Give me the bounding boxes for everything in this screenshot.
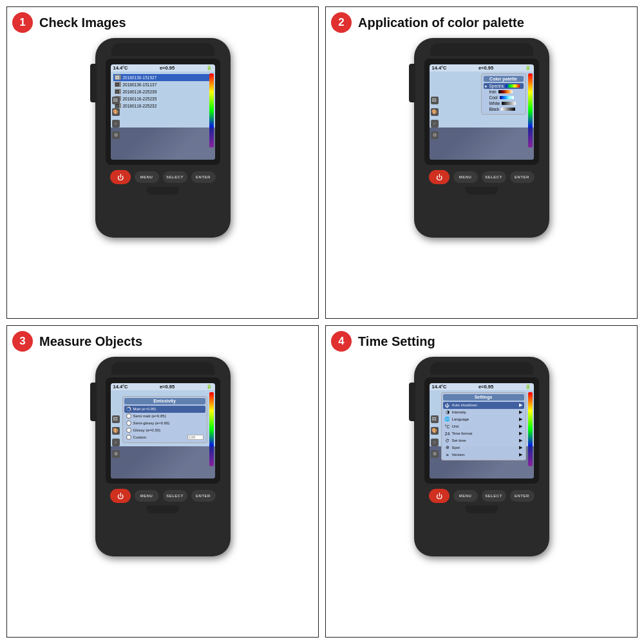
- menu-button-1[interactable]: MENU: [135, 171, 159, 183]
- file-item-3[interactable]: 🖼 20180116-225235: [113, 95, 213, 102]
- settings-item-3[interactable]: °C Unit ▶: [443, 423, 524, 430]
- cell-1-title: Check Images: [39, 15, 126, 30]
- screen-1-emissivity: e=0.95: [160, 65, 175, 71]
- sidebar-icon-gear: ⚙: [112, 131, 120, 139]
- palette-item-black[interactable]: ● Black: [484, 106, 524, 112]
- settings-icon-3: °C: [445, 424, 450, 429]
- step-badge-1: 1: [12, 12, 33, 33]
- camera-1-buttons: ⏻ MENU SELECT ENTER: [110, 170, 216, 184]
- chevron-7: ▶: [519, 452, 522, 457]
- enter-button-3[interactable]: ENTER: [191, 490, 216, 502]
- select-button-1[interactable]: SELECT: [163, 171, 187, 183]
- settings-icon-7: ≡: [445, 452, 450, 457]
- power-button-4[interactable]: ⏻: [429, 489, 450, 503]
- swatch-white: [502, 102, 516, 105]
- palette-menu: Color palette ● Spectra ● Iron ●: [481, 73, 526, 115]
- settings-icon-4: 24: [445, 431, 450, 436]
- screen-2-sidebar: 🖼 🎨 ○ ⚙: [431, 97, 439, 139]
- camera-2-top: [430, 43, 533, 56]
- palette-item-spectra[interactable]: ● Spectra: [484, 83, 524, 89]
- file-item-2[interactable]: 🖼 20180116-225239: [113, 88, 213, 95]
- sidebar-icon-gear-3: ⚙: [112, 450, 120, 458]
- emissivity-menu: Emissivity Matt (e=0.95) Semi matt (e=0.…: [122, 396, 207, 443]
- radio-2: [126, 421, 131, 426]
- camera-2-buttons: ⏻ MENU SELECT ENTER: [429, 170, 535, 184]
- select-button-2[interactable]: SELECT: [482, 171, 506, 183]
- camera-1-side: [90, 64, 97, 102]
- camera-4-top: [430, 362, 533, 375]
- emissivity-item-3[interactable]: Glossy (e=0.30): [124, 427, 205, 434]
- step-badge-2: 2: [331, 12, 352, 33]
- radio-0: [126, 406, 131, 412]
- camera-4-screen: 14.4°C e=0.95 🔋 Settings ⏻ Auto shutdown: [430, 383, 534, 478]
- sidebar-icon-palette-2: 🎨: [431, 108, 439, 116]
- file-item-1[interactable]: 🖼 20180130-151137: [113, 81, 213, 88]
- file-item-0[interactable]: 🖼 20180130-151927: [113, 74, 213, 81]
- settings-item-6[interactable]: ⊕ Spot ▶: [443, 444, 524, 451]
- sidebar-icon-palette-3: 🎨: [112, 427, 120, 435]
- custom-emissivity-input[interactable]: [187, 435, 204, 440]
- palette-item-iron[interactable]: ● Iron: [484, 89, 524, 95]
- screen-1-header: 14.4°C e=0.95 🔋: [111, 64, 215, 71]
- thermal-bg-1: [111, 128, 215, 160]
- settings-item-0[interactable]: ⏻ Auto shutdown ▶: [443, 402, 524, 409]
- screen-3-temp: 14.4°C: [113, 384, 128, 390]
- enter-button-4[interactable]: ENTER: [510, 490, 535, 502]
- settings-icon-2: 🌐: [445, 417, 450, 422]
- palette-item-white[interactable]: ● White: [484, 100, 524, 106]
- palette-title: Color palette: [484, 76, 524, 82]
- sidebar-icon-palette: 🎨: [112, 108, 120, 116]
- camera-2-screen: 14.4°C e=0.95 🔋 Color palette ● Spectra: [430, 64, 534, 160]
- power-button-2[interactable]: ⏻: [429, 170, 450, 184]
- palette-item-cool[interactable]: ● Cool: [484, 95, 524, 100]
- emissivity-item-4[interactable]: Custom: [124, 434, 205, 441]
- radio-1: [126, 413, 131, 419]
- emissivity-item-0[interactable]: Matt (e=0.95): [124, 406, 205, 413]
- thermal-bg-3: [111, 446, 215, 478]
- power-button-3[interactable]: ⏻: [110, 489, 131, 503]
- screen-3-emissivity: e=0.95: [160, 384, 175, 390]
- camera-2-screen-area: 14.4°C e=0.95 🔋 Color palette ● Spectra: [424, 59, 539, 165]
- file-icon-2: 🖼: [115, 89, 121, 94]
- enter-button-2[interactable]: ENTER: [510, 171, 535, 183]
- settings-item-5[interactable]: ⏱ Set time ▶: [443, 437, 524, 444]
- camera-4-bump: [466, 506, 498, 513]
- sidebar-icon-photo-2: 🖼: [431, 97, 439, 104]
- emissivity-item-2[interactable]: Semi-glossy (e=0.60): [124, 420, 205, 427]
- sidebar-icon-measure-3: ○: [112, 439, 120, 446]
- settings-item-4[interactable]: 24 Time format ▶: [443, 430, 524, 437]
- swatch-spectra: [506, 84, 520, 88]
- menu-button-4[interactable]: MENU: [453, 490, 478, 502]
- menu-button-2[interactable]: MENU: [453, 171, 478, 183]
- camera-3: 14.4°C e=0.95 🔋 Emissivity Matt (e=0.95): [95, 357, 231, 556]
- sidebar-icon-photo-4: 🖼: [431, 415, 439, 423]
- file-list: 🖼 20180130-151927 🖼 20180130-151137 🖼 20…: [111, 73, 215, 111]
- cell-3-header: 3 Measure Objects: [12, 331, 313, 352]
- select-button-3[interactable]: SELECT: [163, 490, 187, 502]
- screen-3-sidebar: 🖼 🎨 ○ ⚙: [112, 415, 120, 458]
- camera-2: 14.4°C e=0.95 🔋 Color palette ● Spectra: [414, 38, 549, 238]
- chevron-1: ▶: [519, 410, 522, 415]
- swatch-cool: [500, 96, 514, 99]
- emissivity-item-1[interactable]: Semi matt (e=0.85): [124, 413, 205, 420]
- camera-2-bump: [466, 187, 498, 194]
- settings-icon-0: ⏻: [445, 402, 450, 408]
- enter-button-1[interactable]: ENTER: [191, 171, 216, 183]
- settings-item-7[interactable]: ≡ Version ▶: [443, 451, 524, 459]
- sidebar-icon-measure: ○: [112, 120, 120, 128]
- cell-3: 3 Measure Objects 14.4°C e=0.95 🔋 Emissi…: [6, 325, 319, 638]
- camera-4: 14.4°C e=0.95 🔋 Settings ⏻ Auto shutdown: [414, 357, 549, 556]
- radio-4: [126, 435, 131, 440]
- settings-item-1[interactable]: ◑ Intensity ▶: [443, 409, 524, 416]
- settings-item-2[interactable]: 🌐 Language ▶: [443, 416, 524, 423]
- menu-button-3[interactable]: MENU: [135, 490, 159, 502]
- chevron-5: ▶: [519, 438, 522, 443]
- select-button-4[interactable]: SELECT: [482, 490, 506, 502]
- power-button-1[interactable]: ⏻: [110, 170, 131, 184]
- emissivity-title: Emissivity: [124, 398, 205, 404]
- settings-icon-6: ⊕: [445, 445, 450, 450]
- screen-3-battery: 🔋: [206, 384, 212, 390]
- thermal-bg-2: [430, 128, 534, 160]
- file-item-4[interactable]: 🖼 20180116-225232: [113, 102, 213, 109]
- radio-3: [126, 428, 131, 433]
